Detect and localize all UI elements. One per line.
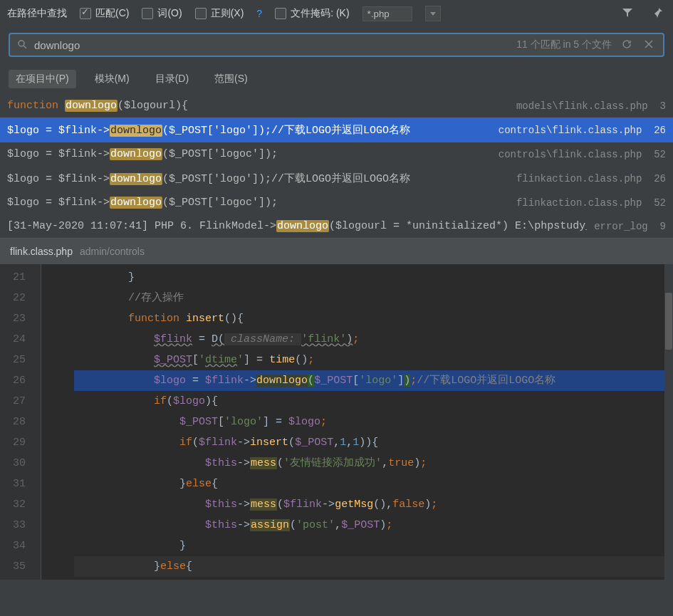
fold-strip [31,264,41,580]
match-case-label: 匹配(C) [95,7,129,20]
code-editor[interactable]: 21222324 25262728 29303132 333435 } //存入… [0,264,673,580]
tab-directory[interactable]: 目录(D) [148,70,196,88]
search-query: downlogo [34,39,509,51]
checkbox-icon [142,8,153,19]
file-mask-input[interactable] [362,6,412,21]
match-count-label: 11 个匹配 in 5 个文件 [516,38,612,51]
tab-project[interactable]: 在项目中(P) [9,70,76,88]
indent-strip [41,264,74,580]
match-case-checkbox[interactable]: 匹配(C) [80,7,129,20]
chevron-down-icon [430,12,436,16]
vertical-scrollbar[interactable] [664,264,673,580]
find-in-path-toolbar: 在路径中查找 匹配(C) 词(O) 正则(X) ? 文件掩码: (K) [0,0,673,27]
search-input-wrapper[interactable]: downlogo 11 个匹配 in 5 个文件 [9,33,664,57]
preview-file-name: flink.class.php [10,246,73,257]
whole-word-checkbox[interactable]: 词(O) [142,7,182,20]
dialog-title: 在路径中查找 [7,7,67,20]
regex-checkbox[interactable]: 正则(X) [195,7,244,20]
result-row[interactable]: [31-May-2020 11:07:41] PHP 6. FlinkModel… [0,214,673,238]
scrollbar-thumb[interactable] [665,293,672,350]
filter-icon[interactable] [619,7,636,21]
checkbox-icon [275,8,286,19]
result-row[interactable]: $logo = $flink->downlogo($_POST['logo'])… [0,118,673,142]
scope-tabs: 在项目中(P) 模块(M) 目录(D) 范围(S) [0,63,673,94]
whole-word-label: 词(O) [157,7,182,20]
results-list: function downlogo($logourl){ models\flin… [0,94,673,238]
checkbox-icon [195,8,207,19]
code-area[interactable]: } //存入操作 function insert(){ $flink = D( … [74,264,673,580]
line-gutter: 21222324 25262728 29303132 333435 [0,264,31,580]
file-mask-label: 文件掩码: (K) [291,7,349,20]
pin-icon[interactable] [649,7,666,21]
result-row[interactable]: $logo = $flink->downlogo($_POST['logoc']… [0,142,673,166]
refresh-icon[interactable] [619,39,635,51]
tab-module[interactable]: 模块(M) [88,70,137,88]
regex-label: 正则(X) [211,7,244,20]
preview-file-path: admin/controls [80,246,145,257]
tab-scope[interactable]: 范围(S) [207,70,255,88]
svg-point-0 [19,41,24,46]
result-row[interactable]: $logo = $flink->downlogo($_POST['logoc']… [0,191,673,214]
result-row[interactable]: $logo = $flink->downlogo($_POST['logo'])… [0,166,673,191]
file-mask-dropdown[interactable] [425,6,441,21]
checkbox-icon [80,8,91,19]
search-row: downlogo 11 个匹配 in 5 个文件 [0,27,673,63]
regex-help-icon[interactable]: ? [256,8,262,19]
search-icon [17,39,27,51]
svg-line-1 [24,46,26,48]
preview-file-header: flink.class.php admin/controls [0,238,673,264]
result-row[interactable]: function downlogo($logourl){ models\flin… [0,94,673,118]
file-mask-checkbox[interactable]: 文件掩码: (K) [275,7,349,20]
close-icon[interactable] [642,39,656,51]
